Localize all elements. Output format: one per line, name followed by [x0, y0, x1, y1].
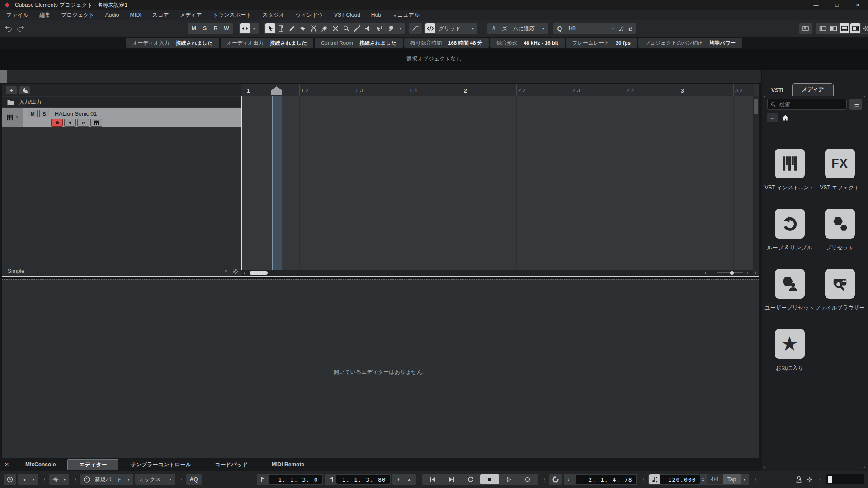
tempo-display[interactable]: 120.000	[660, 475, 700, 484]
performance-meter[interactable]	[826, 474, 864, 484]
snap-type-dropdown-icon[interactable]: ▼	[469, 23, 476, 33]
tab-chord-pads[interactable]: コードパッド	[203, 459, 259, 470]
edit-instrument-button[interactable]	[90, 119, 102, 127]
menu-item-project[interactable]: プロジェクト	[61, 11, 94, 19]
audio-record-mode-icon[interactable]	[50, 474, 61, 484]
horizontal-scroll-thumb[interactable]	[250, 271, 268, 275]
kebab-separator-icon[interactable]: ⋮	[542, 476, 547, 483]
audio-input-status[interactable]: オーディオ入力接続されました	[126, 38, 219, 48]
snap-on-off-button[interactable]	[425, 23, 435, 33]
midi-insert-mode-dropdown-icon[interactable]: ▼	[125, 474, 132, 484]
split-tool[interactable]	[309, 23, 319, 33]
stop-button[interactable]	[480, 474, 499, 484]
midi-record-mode-label[interactable]: ミックス	[136, 476, 167, 483]
record-time-status[interactable]: 残り録音時間168 時間 48 分	[404, 38, 489, 48]
pan-law-status[interactable]: プロジェクトのパン補正均等パワー	[638, 38, 742, 48]
horizontal-scrollbar[interactable]: ‹ › − +	[241, 270, 754, 276]
color-tool[interactable]	[374, 23, 384, 33]
close-button[interactable]: ✕	[847, 0, 868, 10]
frame-rate-status[interactable]: フレームレート30 fps	[566, 38, 637, 48]
tile-loops-samples[interactable]: ループ & サンプル	[766, 209, 813, 252]
media-list-view-icon[interactable]	[849, 99, 862, 110]
mute-all-button[interactable]: M	[189, 23, 199, 33]
menu-item-file[interactable]: ファイル	[6, 11, 28, 19]
glue-tool[interactable]	[320, 23, 330, 33]
grid-type-label[interactable]: ズームに適応	[499, 25, 540, 33]
record-enable-button[interactable]	[51, 119, 63, 127]
maximize-button[interactable]: □	[826, 0, 847, 10]
kebab-separator-icon[interactable]: ⋮	[753, 476, 759, 483]
kebab-separator-icon[interactable]: ⋮	[73, 476, 79, 483]
right-locator-flag-icon[interactable]	[326, 474, 336, 484]
preset-dropdown-icon[interactable]: ▼	[224, 269, 228, 273]
menu-item-transport[interactable]: トランスポート	[213, 11, 252, 19]
zoom-in-icon[interactable]: +	[745, 270, 751, 276]
monitor-button[interactable]	[64, 119, 76, 127]
shuttle-icon[interactable]	[550, 474, 561, 484]
tile-presets[interactable]: プリセット	[816, 209, 863, 252]
grid-type-dropdown-icon[interactable]: ▼	[540, 23, 547, 33]
menu-item-score[interactable]: スコア	[152, 11, 169, 19]
kebab-separator-icon[interactable]: ⋮	[179, 476, 184, 483]
play-tool[interactable]	[363, 23, 373, 33]
write-automation-button[interactable]: W	[222, 23, 231, 33]
event-canvas[interactable]	[241, 96, 754, 270]
redo-icon[interactable]	[16, 25, 24, 32]
solo-all-button[interactable]: S	[200, 23, 210, 33]
track-solo-button[interactable]: S	[39, 110, 49, 117]
menu-item-vst-cloud[interactable]: VST Cloud	[334, 12, 360, 18]
overview-strip[interactable]	[0, 70, 761, 83]
project-cursor-handle[interactable]	[271, 86, 282, 95]
kebab-separator-icon[interactable]: ⋮	[641, 476, 646, 483]
transport-setup-gear-icon[interactable]	[804, 474, 815, 484]
timeline-ruler[interactable]: 1 1.2 1.3 1.4 2 2.2 2.3 2.4 3 3.2	[241, 84, 754, 96]
record-mode-icon[interactable]: ●	[19, 474, 30, 484]
audio-record-mode-dropdown-icon[interactable]: ▼	[61, 474, 68, 484]
midi-insert-mode-label[interactable]: 新規パート	[92, 476, 125, 483]
instrument-track-row[interactable]: 1 M S HALion Sonic 01 e	[2, 108, 241, 127]
mute-tool[interactable]	[330, 23, 340, 33]
add-track-button[interactable]: +	[6, 86, 17, 94]
go-to-start-button[interactable]	[423, 474, 442, 484]
left-zone-toggle-icon[interactable]	[818, 23, 828, 33]
zoom-out-icon[interactable]: −	[709, 270, 716, 276]
menu-item-hub[interactable]: Hub	[371, 12, 381, 18]
erase-tool[interactable]	[298, 23, 308, 33]
close-lower-zone-icon[interactable]: ✕	[0, 461, 14, 468]
bottom-zone-toggle-icon[interactable]	[840, 23, 849, 33]
cycle-region[interactable]	[272, 96, 282, 270]
quantize-dropdown-icon[interactable]: ▼	[609, 23, 617, 33]
minimize-button[interactable]: —	[806, 0, 826, 10]
object-selection-tool[interactable]	[265, 23, 275, 33]
media-back-icon[interactable]: ←	[767, 113, 778, 122]
io-folder-track[interactable]: 入力/出力	[2, 97, 241, 107]
quantize-value-label[interactable]: 1/8	[565, 25, 609, 32]
range-selection-tool[interactable]	[276, 23, 286, 33]
swing-icon[interactable]	[617, 23, 625, 33]
midi-record-mode-dropdown-icon[interactable]: ▼	[167, 474, 174, 484]
color-menu-dropdown-icon[interactable]: ▼	[397, 23, 404, 33]
color-menu-button[interactable]	[387, 23, 396, 33]
control-room-status[interactable]: Control Room接続されました	[315, 38, 403, 48]
right-locator-display[interactable]: 1. 1. 3. 80	[336, 475, 390, 484]
cycle-button[interactable]	[461, 474, 480, 484]
punch-out-icon[interactable]: ▲	[404, 474, 415, 484]
tap-tempo-button[interactable]: Tap	[723, 474, 741, 484]
track-name[interactable]: HALion Sonic 01	[55, 111, 97, 117]
tempo-track-icon[interactable]	[649, 474, 660, 484]
scroll-left-icon[interactable]: ‹	[241, 270, 248, 276]
tempo-dropdown-icon[interactable]: ▼	[741, 474, 748, 484]
metronome-icon[interactable]	[793, 474, 804, 484]
right-zone-toggle-icon[interactable]	[850, 23, 860, 33]
line-tool[interactable]	[352, 23, 362, 33]
home-icon[interactable]	[782, 114, 789, 121]
track-preset-name[interactable]: Simple	[8, 268, 24, 274]
auto-quantize-button[interactable]: AQ	[187, 474, 201, 484]
tab-mixconsole[interactable]: MixConsole	[14, 460, 67, 469]
read-automation-button[interactable]: R	[211, 23, 221, 33]
track-preset-button[interactable]	[19, 86, 30, 94]
tab-editor[interactable]: エディター	[67, 459, 118, 470]
media-search-box[interactable]	[767, 99, 847, 110]
left-locator-display[interactable]: 1. 1. 3. 0	[269, 475, 322, 484]
menu-item-edit[interactable]: 編集	[39, 11, 50, 19]
